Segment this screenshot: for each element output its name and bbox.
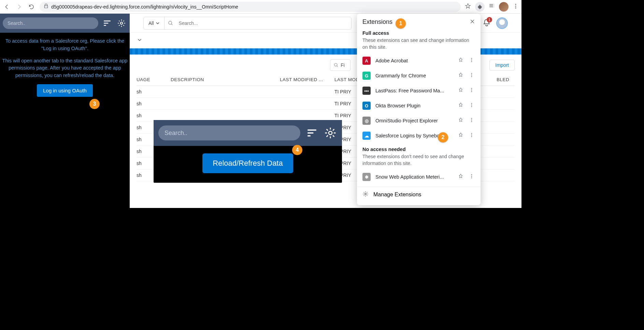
col-description: DESCRIPTION xyxy=(171,77,280,82)
extension-name: Okta Browser Plugin xyxy=(375,103,453,108)
manage-extensions-row[interactable]: Manage Extensions xyxy=(357,186,481,202)
annotation-3: 3 xyxy=(89,99,100,109)
extension-icon: O xyxy=(362,102,371,110)
forward-button[interactable] xyxy=(15,3,23,11)
more-icon[interactable] xyxy=(469,57,475,64)
reading-list-icon[interactable] xyxy=(489,3,495,11)
full-access-heading: Full access xyxy=(362,30,475,36)
no-access-heading: No access needed xyxy=(362,147,475,152)
svg-point-7 xyxy=(471,58,472,59)
svg-point-12 xyxy=(471,76,472,77)
svg-point-5 xyxy=(120,22,123,25)
extension-icon: ✱ xyxy=(362,173,371,181)
svg-point-14 xyxy=(471,90,472,90)
close-icon[interactable] xyxy=(470,19,475,26)
sf-user-avatar[interactable] xyxy=(496,17,508,29)
side-search-input[interactable] xyxy=(3,17,98,29)
browser-toolbar: d5g000005drapeas-dev-ed.lightning.force.… xyxy=(0,0,521,14)
extension-item[interactable]: ☁Salesforce Logins by Synebo xyxy=(357,128,481,143)
sf-global-search[interactable]: All xyxy=(143,17,352,30)
extension-item[interactable]: ✱Snow Web Application Meteri... xyxy=(357,169,481,184)
pin-icon[interactable] xyxy=(458,72,464,79)
notification-badge: 1 xyxy=(487,17,492,22)
extension-side-panel: To access data from a Salesforce org, Pl… xyxy=(0,14,130,208)
manage-extensions-label: Manage Extensions xyxy=(373,192,421,198)
reload-button[interactable] xyxy=(27,3,35,11)
more-icon[interactable] xyxy=(469,72,475,79)
more-icon[interactable] xyxy=(469,174,475,180)
svg-point-17 xyxy=(471,105,472,105)
col-last-modified: LAST MODIFIED ... xyxy=(280,77,334,82)
extension-name: Snow Web Application Meteri... xyxy=(375,174,453,180)
col-language: UAGE xyxy=(137,77,171,82)
pin-icon[interactable] xyxy=(458,117,464,124)
find-input[interactable]: Fi xyxy=(330,59,350,71)
chevron-down-icon[interactable] xyxy=(137,37,143,44)
extension-name: Adobe Acrobat xyxy=(375,58,453,63)
extension-name: Grammarly for Chrome xyxy=(375,73,453,78)
lock-icon xyxy=(44,4,48,10)
svg-point-22 xyxy=(471,133,472,134)
svg-point-1 xyxy=(515,5,516,6)
svg-point-25 xyxy=(471,175,472,175)
extension-name: OmniStudio Project Explorer xyxy=(375,118,453,123)
more-icon[interactable] xyxy=(469,117,475,124)
import-button[interactable]: Import xyxy=(489,60,515,71)
svg-point-11 xyxy=(471,75,472,75)
extension-item[interactable]: GGrammarly for Chrome xyxy=(357,68,481,83)
find-text: Fi xyxy=(341,62,345,68)
pin-icon[interactable] xyxy=(458,87,464,94)
svg-point-19 xyxy=(471,118,472,119)
pin-icon[interactable] xyxy=(458,132,464,139)
svg-point-9 xyxy=(471,61,472,62)
url-bar[interactable]: d5g000005drapeas-dev-ed.lightning.force.… xyxy=(40,2,461,12)
annotation-2: 2 xyxy=(438,132,448,142)
reload-refresh-button[interactable]: Reload/Refresh Data xyxy=(202,153,293,173)
svg-point-15 xyxy=(471,91,472,92)
pin-icon[interactable] xyxy=(458,102,464,109)
sf-search-input[interactable] xyxy=(175,17,351,29)
notification-bell-icon[interactable]: 1 xyxy=(483,18,491,28)
extensions-title: Extensions xyxy=(362,18,392,26)
profile-avatar[interactable] xyxy=(499,2,509,12)
extension-item[interactable]: AAdobe Acrobat xyxy=(357,53,481,68)
sort-icon[interactable] xyxy=(102,18,113,29)
more-icon[interactable] xyxy=(469,132,475,139)
search-scope-label: All xyxy=(148,20,154,26)
extension-item[interactable]: ◎OmniStudio Project Explorer xyxy=(357,113,481,128)
star-icon[interactable] xyxy=(465,3,471,11)
extension-name: LastPass: Free Password Ma... xyxy=(375,88,453,93)
svg-point-21 xyxy=(471,121,472,122)
no-access-desc: These extensions don't need to see and c… xyxy=(362,153,475,167)
extension-item[interactable]: OOkta Browser Plugin xyxy=(357,98,481,113)
login-oauth-button[interactable]: Log in using OAuth xyxy=(37,84,93,97)
back-button[interactable] xyxy=(3,3,11,11)
svg-point-6 xyxy=(329,131,332,135)
extensions-icon[interactable] xyxy=(475,2,485,12)
extensions-popup: Extensions Full access These extensions … xyxy=(357,14,481,205)
search-scope-dropdown[interactable]: All xyxy=(144,17,164,29)
gear-icon[interactable] xyxy=(324,126,337,140)
extension-icon: G xyxy=(362,72,371,80)
svg-point-16 xyxy=(471,103,472,104)
svg-point-18 xyxy=(471,106,472,107)
full-access-desc: These extensions can see and change info… xyxy=(362,37,475,50)
more-icon[interactable] xyxy=(469,102,475,109)
side-panel-header xyxy=(0,14,130,33)
pin-icon[interactable] xyxy=(458,174,464,180)
svg-point-2 xyxy=(515,7,516,8)
sort-icon[interactable] xyxy=(305,126,319,140)
svg-point-23 xyxy=(471,135,472,135)
svg-point-0 xyxy=(515,4,516,5)
svg-point-10 xyxy=(471,73,472,74)
float-header xyxy=(154,120,342,146)
oauth-instruction-1: To access data from a Salesforce org, Pl… xyxy=(2,38,128,52)
menu-icon[interactable] xyxy=(513,3,519,11)
float-search-input[interactable] xyxy=(158,125,300,140)
gear-icon[interactable] xyxy=(116,18,127,29)
extension-icon: ☁ xyxy=(362,132,371,140)
more-icon[interactable] xyxy=(469,87,475,94)
extension-item[interactable]: •••LastPass: Free Password Ma... xyxy=(357,83,481,98)
pin-icon[interactable] xyxy=(458,57,464,64)
oauth-instruction-2: This will open another tab to the standa… xyxy=(2,57,128,79)
